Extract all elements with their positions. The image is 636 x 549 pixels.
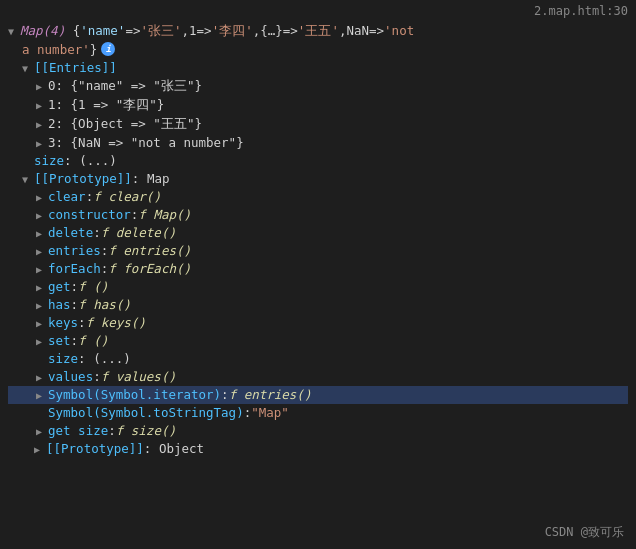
map-root-line: Map(4) { 'name' => '张三' , 1 => '李四' , {……: [8, 22, 628, 41]
method-keys-key: keys: [48, 315, 78, 330]
entries-line: [[Entries]]: [8, 59, 628, 77]
file-location: 2.map.html:30: [534, 4, 628, 18]
get-size-line: get size : f size(): [8, 422, 628, 440]
map-arrow3: =>: [283, 23, 298, 38]
map-title-wrap: a number' } i: [8, 41, 628, 59]
entries-label: [[Entries]]: [34, 60, 117, 75]
method-get-line: get : f (): [8, 278, 628, 296]
prototype2-line: [[Prototype]] : Object: [8, 440, 628, 458]
method-values-line: values : f values(): [8, 368, 628, 386]
symbol-tostring-key: Symbol(Symbol.toStringTag): [48, 405, 244, 420]
entries-toggle[interactable]: [22, 60, 34, 75]
method-delete-val: f delete(): [101, 225, 176, 240]
method-clear-toggle[interactable]: [36, 189, 48, 204]
method-foreach-toggle[interactable]: [36, 261, 48, 276]
map-arrow1: =>: [125, 23, 140, 38]
method-values-key: values: [48, 369, 93, 384]
entry2-toggle[interactable]: [36, 116, 48, 131]
method-get-key: get: [48, 279, 71, 294]
method-delete-toggle[interactable]: [36, 225, 48, 240]
entry1-toggle[interactable]: [36, 97, 48, 112]
method-delete-line: delete : f delete(): [8, 224, 628, 242]
method-constructor-sep: :: [131, 207, 139, 222]
method-get-val: f (): [78, 279, 108, 294]
map-arrow4: =>: [369, 23, 384, 38]
map-comma3: ,: [339, 23, 347, 38]
method-entries-line: entries : f entries(): [8, 242, 628, 260]
prototype-line: [[Prototype]] : Map: [8, 170, 628, 188]
method-entries-sep: :: [101, 243, 109, 258]
symbol-tostring-sep: :: [244, 405, 252, 420]
symbol-tostring-val: "Map": [251, 405, 289, 420]
info-icon[interactable]: i: [101, 42, 115, 56]
method-entries-val: f entries(): [108, 243, 191, 258]
prototype-sep: : Map: [132, 171, 170, 186]
method-foreach-val: f forEach(): [108, 261, 191, 276]
size2-key: size: [48, 351, 78, 366]
map-arrow2: =>: [197, 23, 212, 38]
method-values-toggle[interactable]: [36, 369, 48, 384]
entry2-line: 2: {Object => "王五"}: [8, 115, 628, 134]
method-set-toggle[interactable]: [36, 333, 48, 348]
method-constructor-key: constructor: [48, 207, 131, 222]
symbol-iterator-sep: :: [221, 387, 229, 402]
entry0-toggle[interactable]: [36, 78, 48, 93]
footer-text: CSDN @致可乐: [545, 524, 624, 541]
method-entries-key: entries: [48, 243, 101, 258]
symbol-iterator-toggle[interactable]: [36, 387, 48, 402]
map-ellipsis: {…}: [260, 23, 283, 38]
method-keys-val: f keys(): [86, 315, 146, 330]
method-has-line: has : f has(): [8, 296, 628, 314]
method-delete-sep: :: [93, 225, 101, 240]
get-size-sep: :: [108, 423, 116, 438]
entry1-text: 1: {1 => "李四"}: [48, 97, 164, 114]
method-keys-toggle[interactable]: [36, 315, 48, 330]
map-comma2: ,: [253, 23, 261, 38]
symbol-tostring-line: Symbol(Symbol.toStringTag) : "Map": [8, 404, 628, 422]
size1-colon: : (...): [64, 153, 117, 168]
entry0-line: 0: {"name" => "张三"}: [8, 77, 628, 96]
map-val4-cont: a number': [22, 42, 90, 57]
method-set-val: f (): [78, 333, 108, 348]
entry1-line: 1: {1 => "李四"}: [8, 96, 628, 115]
method-constructor-toggle[interactable]: [36, 207, 48, 222]
get-size-key: get size: [48, 423, 108, 438]
get-size-toggle[interactable]: [36, 423, 48, 438]
method-clear-line: clear : f clear(): [8, 188, 628, 206]
method-foreach-key: forEach: [48, 261, 101, 276]
size-collapsed2: size : (...): [8, 350, 628, 368]
map-brace-open: {: [65, 23, 80, 38]
size1-key: size: [34, 153, 64, 168]
method-entries-toggle[interactable]: [36, 243, 48, 258]
prototype2-toggle[interactable]: [34, 441, 46, 456]
map-val4: 'not: [384, 23, 414, 38]
symbol-iterator-val: f entries(): [229, 387, 312, 402]
entry2-text: 2: {Object => "王五"}: [48, 116, 202, 133]
method-get-toggle[interactable]: [36, 279, 48, 294]
entry0-text: 0: {"name" => "张三"}: [48, 78, 202, 95]
entry3-toggle[interactable]: [36, 135, 48, 150]
method-clear-val: f clear(): [93, 189, 161, 204]
map-val3: '王五': [298, 23, 339, 40]
method-has-val: f has(): [78, 297, 131, 312]
method-set-sep: :: [71, 333, 79, 348]
map-toggle[interactable]: [8, 23, 20, 38]
size2-val: : (...): [78, 351, 131, 366]
map-label: Map(4): [20, 23, 65, 38]
method-constructor-val: f Map(): [138, 207, 191, 222]
method-constructor-line: constructor : f Map(): [8, 206, 628, 224]
entry3-line: 3: {NaN => "not a number"}: [8, 134, 628, 152]
prototype-toggle[interactable]: [22, 171, 34, 186]
prototype2-label: [[Prototype]]: [46, 441, 144, 456]
prototype-label: [[Prototype]]: [34, 171, 132, 186]
map-key2: 1: [189, 23, 197, 38]
method-keys-line: keys : f keys(): [8, 314, 628, 332]
method-has-key: has: [48, 297, 71, 312]
method-has-toggle[interactable]: [36, 297, 48, 312]
method-values-sep: :: [93, 369, 101, 384]
symbol-iterator-key: Symbol(Symbol.iterator): [48, 387, 221, 402]
method-foreach-line: forEach : f forEach(): [8, 260, 628, 278]
get-size-val: f size(): [116, 423, 176, 438]
size-collapsed1: size : (...): [8, 152, 628, 170]
method-keys-sep: :: [78, 315, 86, 330]
